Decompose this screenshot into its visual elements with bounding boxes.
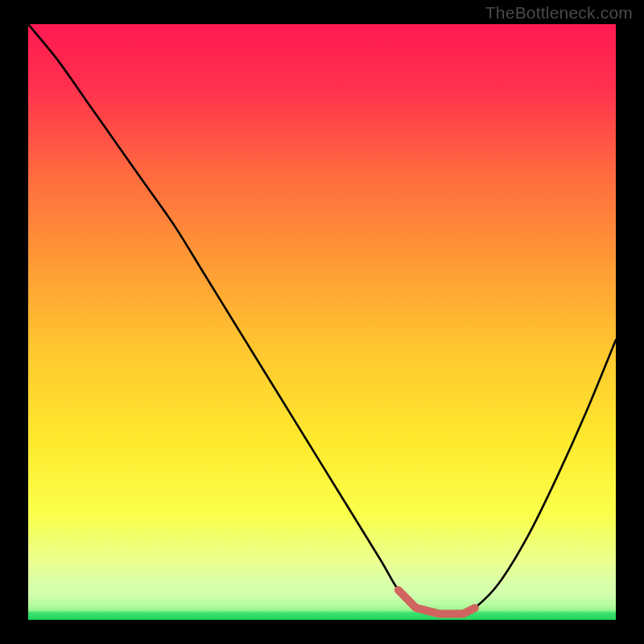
watermark-label: TheBottleneck.com — [485, 3, 633, 23]
bottleneck-curve — [28, 24, 616, 620]
chart-frame: TheBottleneck.com — [0, 0, 644, 644]
plot-area — [28, 24, 616, 620]
